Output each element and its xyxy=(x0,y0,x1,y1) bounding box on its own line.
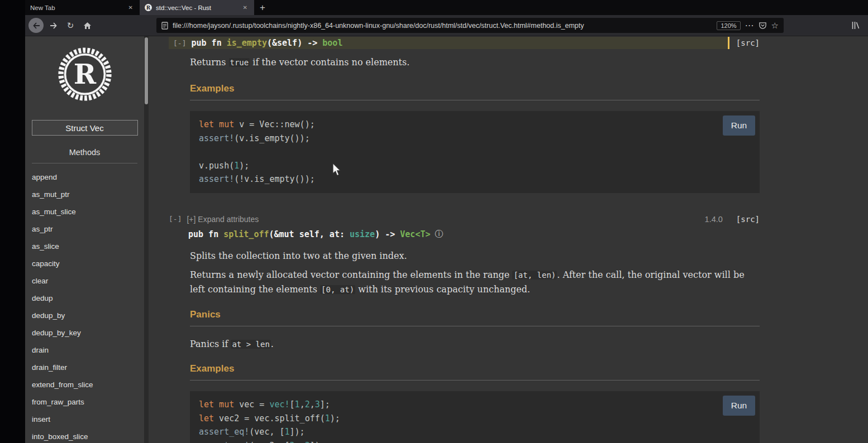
back-button[interactable] xyxy=(28,18,44,33)
sidebar-method-link[interactable]: as_mut_slice xyxy=(25,203,144,220)
struct-vec-link[interactable]: Struct Vec xyxy=(32,120,138,136)
sidebar-method-link[interactable]: insert xyxy=(25,411,144,428)
reload-button[interactable]: ↻ xyxy=(64,19,77,32)
code-example: let mut v = Vec::new();assert!(v.is_empt… xyxy=(190,111,760,193)
scrollbar-thumb[interactable] xyxy=(145,37,148,104)
method-is-empty-header: [-] pub fn is_empty(&self) -> bool [src] xyxy=(149,37,760,49)
doc-sidebar: R Struct Vec Methods appendas_mut_ptras_… xyxy=(25,36,144,443)
code-block: let mut v = Vec::new();assert!(v.is_empt… xyxy=(190,111,760,193)
panics-text: Panics if at > len. xyxy=(190,337,760,351)
code-example: let mut vec = vec![1,2,3];let vec2 = vec… xyxy=(190,391,760,443)
navigation-bar: ↻ file:///home/jayson/.rustup/toolchains… xyxy=(25,15,868,36)
tab-title: New Tab xyxy=(30,4,123,11)
expand-attributes-toggle[interactable]: [+] Expand attributes xyxy=(187,215,259,224)
forward-arrow-icon xyxy=(50,22,58,29)
sidebar-methods-list: appendas_mut_ptras_mut_sliceas_ptras_sli… xyxy=(25,168,144,443)
sidebar-method-link[interactable]: append xyxy=(25,168,144,186)
collapse-toggle[interactable]: [-] xyxy=(173,39,186,47)
new-tab-button[interactable]: + xyxy=(254,0,271,15)
library-button[interactable] xyxy=(849,19,862,32)
methods-heading: Methods xyxy=(32,148,137,163)
info-icon[interactable]: ⓘ xyxy=(435,229,443,239)
sidebar-method-link[interactable]: from_raw_parts xyxy=(25,393,144,411)
run-button[interactable]: Run xyxy=(723,115,755,136)
method-signature: pub fn is_empty(&self) -> bool xyxy=(191,38,342,48)
sidebar-method-link[interactable]: dedup xyxy=(25,290,144,307)
tab-title: std::vec::Vec - Rust xyxy=(156,4,237,11)
panics-heading: Panics xyxy=(190,309,760,326)
bookmark-star-icon[interactable]: ☆ xyxy=(771,21,779,31)
home-button[interactable] xyxy=(80,19,94,32)
tab-rust-doc[interactable]: R std::vec::Vec - Rust ✕ xyxy=(140,0,254,15)
zoom-level-badge[interactable]: 120% xyxy=(717,21,740,30)
highlighted-signature-row: [-] pub fn is_empty(&self) -> bool xyxy=(169,37,729,49)
tab-new-tab[interactable]: New Tab ✕ xyxy=(25,0,140,15)
sidebar-method-link[interactable]: capacity xyxy=(25,255,144,272)
sidebar-method-link[interactable]: into_boxed_slice xyxy=(25,428,144,443)
sidebar-method-link[interactable]: extend_from_slice xyxy=(25,376,144,393)
browser-tab-bar: New Tab ✕ R std::vec::Vec - Rust ✕ + xyxy=(0,0,868,15)
sidebar-method-link[interactable]: drain xyxy=(25,341,144,359)
page-scrollbar[interactable] xyxy=(144,36,149,443)
examples-heading: Examples xyxy=(190,83,760,100)
library-icon xyxy=(851,21,860,30)
close-icon[interactable]: ✕ xyxy=(241,4,249,12)
forward-button[interactable] xyxy=(47,19,60,32)
method-split-off-header: pub fn split_off(&mut self, at: usize) -… xyxy=(149,228,760,240)
url-bar[interactable]: file:///home/jayson/.rustup/toolchains/n… xyxy=(156,18,784,33)
sidebar-method-link[interactable]: as_ptr xyxy=(25,220,144,238)
page-actions-icon[interactable]: ⋯ xyxy=(745,23,754,28)
home-icon xyxy=(83,22,92,30)
method-summary: Splits the collection into two at the gi… xyxy=(190,249,760,263)
svg-text:R: R xyxy=(73,58,96,90)
sidebar-method-link[interactable]: as_mut_ptr xyxy=(25,186,144,203)
sidebar-method-link[interactable]: clear xyxy=(25,272,144,290)
sidebar-method-link[interactable]: drain_filter xyxy=(25,359,144,376)
page-icon xyxy=(161,22,168,30)
rust-favicon-icon: R xyxy=(145,4,152,11)
rust-logo-icon[interactable]: R xyxy=(54,43,116,105)
back-arrow-icon xyxy=(32,22,40,29)
sidebar-method-link[interactable]: dedup_by xyxy=(25,307,144,324)
method-signature: pub fn split_off(&mut self, at: usize) -… xyxy=(188,229,431,239)
src-link[interactable]: [src] xyxy=(736,38,760,47)
run-button[interactable]: Run xyxy=(723,396,755,416)
collapse-toggle[interactable]: [-] xyxy=(169,215,182,223)
sidebar-method-link[interactable]: dedup_by_key xyxy=(25,324,144,341)
window-edge-strip xyxy=(0,0,25,443)
src-link[interactable]: [src] xyxy=(736,215,760,224)
doc-main-content: [-] pub fn is_empty(&self) -> bool [src]… xyxy=(149,36,868,443)
pocket-icon[interactable] xyxy=(759,22,767,30)
stability-version: 1.4.0 xyxy=(705,215,723,224)
method-description: Returns a newly allocated vector contain… xyxy=(190,268,760,297)
examples-heading: Examples xyxy=(190,363,760,381)
url-text[interactable]: file:///home/jayson/.rustup/toolchains/n… xyxy=(173,22,712,30)
method-summary: Returns true if the vector contains no e… xyxy=(190,55,760,70)
code-block: let mut vec = vec![1,2,3];let vec2 = vec… xyxy=(190,391,760,443)
close-icon[interactable]: ✕ xyxy=(127,4,135,12)
method-split-off-attributes-row: [-] [+] Expand attributes 1.4.0 [src] xyxy=(149,214,760,225)
sidebar-method-link[interactable]: as_slice xyxy=(25,238,144,255)
